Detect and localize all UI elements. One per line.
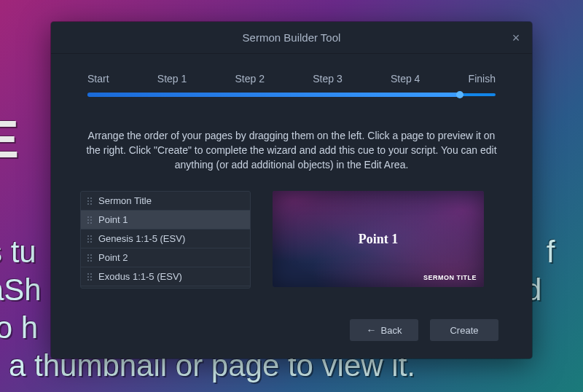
track-knob xyxy=(456,91,463,98)
step-label-finish: Finish xyxy=(469,73,496,85)
step-labels: Start Step 1 Step 2 Step 3 Step 4 Finish xyxy=(87,73,496,85)
track-fill xyxy=(87,93,459,97)
close-button[interactable]: × xyxy=(504,26,528,50)
bg-text-fragment: IE xyxy=(0,109,17,169)
list-item[interactable]: Exodus 1:1-5 (ESV) xyxy=(81,267,250,286)
drag-handle-icon[interactable] xyxy=(87,273,93,281)
page-item-label: Genesis 1:1-5 (ESV) xyxy=(98,233,185,244)
drag-handle-icon[interactable] xyxy=(87,216,93,224)
page-reorder-list[interactable]: Sermon TitlePoint 1Genesis 1:1-5 (ESV)Po… xyxy=(80,191,251,289)
step-label-3: Step 3 xyxy=(313,73,342,85)
slide-preview: Point 1 SERMON TITLE xyxy=(273,191,484,287)
list-item[interactable]: Point 2 xyxy=(81,248,250,267)
arrow-left-icon: ← xyxy=(367,324,377,336)
preview-sub-text: SERMON TITLE xyxy=(423,274,477,281)
back-button-label: Back xyxy=(381,325,402,336)
step-label-4: Step 4 xyxy=(391,73,420,85)
step-label-start: Start xyxy=(87,73,109,85)
drag-handle-icon[interactable] xyxy=(87,235,93,243)
back-button[interactable]: ← Back xyxy=(350,319,418,341)
list-item[interactable]: Sermon Title xyxy=(81,192,250,211)
preview-main-text: Point 1 xyxy=(359,232,399,247)
close-icon: × xyxy=(512,31,520,46)
step-label-1: Step 1 xyxy=(157,73,187,85)
list-item[interactable]: Genesis 1:1-5 (ESV) xyxy=(81,230,250,248)
page-item-label: Sermon Title xyxy=(98,195,152,206)
list-item[interactable]: Point 1 xyxy=(81,211,250,230)
create-button[interactable]: Create xyxy=(430,319,498,341)
page-item-label: Point 1 xyxy=(98,214,128,225)
page-item-label: Exodus 1:1-5 (ESV) xyxy=(98,271,182,282)
modal-title: Sermon Builder Tool xyxy=(243,31,341,44)
create-button-label: Create xyxy=(450,325,478,336)
sermon-builder-modal: Sermon Builder Tool × Start Step 1 Step … xyxy=(51,22,532,358)
instructions-text: Arrange the order of your pages by dragg… xyxy=(51,106,532,188)
drag-handle-icon[interactable] xyxy=(87,254,93,262)
modal-footer: ← Back Create xyxy=(51,303,532,358)
drag-handle-icon[interactable] xyxy=(87,197,93,205)
step-progress-track[interactable] xyxy=(87,92,496,98)
step-label-2: Step 2 xyxy=(235,73,265,85)
content-area: Sermon TitlePoint 1Genesis 1:1-5 (ESV)Po… xyxy=(51,188,532,303)
wizard-stepper: Start Step 1 Step 2 Step 3 Step 4 Finish xyxy=(51,54,532,106)
page-item-label: Point 2 xyxy=(98,252,128,263)
modal-titlebar: Sermon Builder Tool × xyxy=(51,22,532,54)
